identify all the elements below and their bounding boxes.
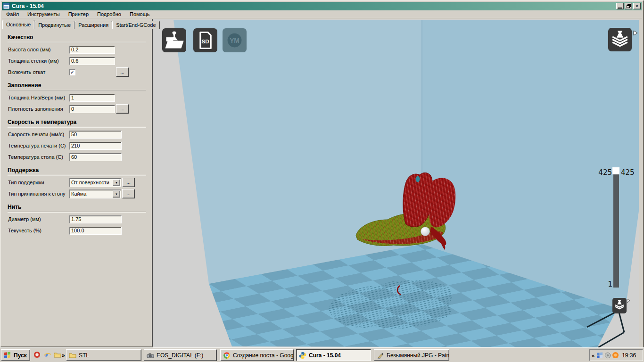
menu-help[interactable]: Помощь [125, 10, 154, 18]
layer-height-input[interactable] [69, 46, 115, 54]
quick-launch-browser-icon[interactable] [33, 351, 41, 359]
title-bar: Cura - 15.04 × [2, 2, 642, 10]
setting-row: Плотность заполнения ... [2, 103, 152, 115]
minimize-button[interactable] [616, 3, 624, 9]
setting-label: Температура печати (C) [8, 143, 69, 148]
setting-label: Температура стола (C) [8, 154, 69, 160]
tray-antivirus-icon[interactable] [612, 352, 619, 359]
bed-temp-input[interactable] [69, 153, 122, 161]
setting-label: Тип поддержки [8, 180, 69, 185]
quick-launch-folder-icon[interactable] [53, 351, 61, 359]
folder-icon [69, 352, 76, 359]
menu-tools[interactable]: Инструменты [23, 10, 64, 18]
setting-label: Толщина стенки (мм) [8, 58, 69, 64]
fill-more-button[interactable]: ... [116, 104, 129, 114]
print-temp-input[interactable] [69, 142, 122, 150]
load-model-icon [162, 28, 186, 52]
check-icon: ✓ [70, 70, 74, 75]
section-fill: Заполнение [8, 82, 146, 90]
tab-advanced[interactable]: Продвинутые [34, 21, 74, 29]
setting-label: Скорость печати (мм/с) [8, 132, 69, 137]
rotation-handle-sphere [421, 227, 430, 236]
bottom-top-thickness-input[interactable] [69, 94, 115, 102]
close-button[interactable]: × [633, 3, 641, 9]
sd-card-icon: SD [193, 28, 217, 52]
view-mode-button[interactable] [608, 28, 632, 51]
quality-more-button[interactable]: ... [116, 67, 129, 77]
filament-diameter-input[interactable] [69, 215, 122, 223]
tray-volume-icon[interactable] [604, 352, 611, 359]
task-paint[interactable]: Безымянный.JPG - Paint [374, 349, 449, 361]
layer-slider-handle[interactable] [612, 167, 619, 174]
setting-row: Включить откат ✓ ... [2, 66, 152, 78]
app-icon [3, 3, 10, 9]
taskbar: Пуск e » STL EOS_DIGITAL (F:) Создани [0, 347, 644, 362]
tab-gcode[interactable]: Start/End-GCode [112, 21, 159, 29]
support-type-value: От поверхности [71, 180, 109, 185]
task-cura-active[interactable]: Cura - 15.04 [296, 349, 371, 361]
task-label: Безымянный.JPG - Paint [387, 352, 449, 359]
task-stl[interactable]: STL [66, 349, 141, 361]
setting-label: Толщина Низ/Верх (мм) [8, 95, 69, 100]
setting-row: Диаметр (мм) [2, 214, 152, 225]
close-icon: × [636, 4, 638, 8]
layer-view-icon [608, 28, 632, 51]
section-support: Поддержка [8, 167, 146, 175]
save-sd-button[interactable]: SD [193, 28, 217, 52]
app-window: Cura - 15.04 × Файл Инструменты Принтер … [0, 0, 644, 347]
quick-launch-overflow-chevron[interactable]: » [62, 352, 65, 359]
load-model-button[interactable] [162, 28, 186, 52]
adhesion-more-button[interactable]: ... [122, 189, 135, 198]
youmagine-share-button[interactable]: YM [223, 28, 247, 52]
mini-expand-icon[interactable] [627, 299, 630, 303]
section-filament: Нить [8, 204, 146, 212]
tab-basic[interactable]: Основные [2, 20, 34, 29]
task-label: Создание поста - Google... [233, 352, 294, 359]
system-tray: « 19:36 [589, 349, 643, 361]
tab-strip: Основные Продвинутые Расширения Start/En… [2, 20, 160, 29]
platform-adhesion-value: Кайма [71, 191, 86, 197]
layer-max-label: 425 [621, 168, 635, 177]
setting-label: Тип прилипания к столу [8, 191, 69, 197]
section-speed-temp: Скорость и температура [8, 119, 146, 127]
clock[interactable]: 19:36 [622, 352, 636, 359]
setting-row: Текучесть (%) [2, 225, 152, 236]
chevron-down-icon[interactable]: ▼ [113, 190, 120, 197]
start-button[interactable]: Пуск [1, 349, 30, 361]
print-head-button[interactable] [612, 298, 627, 313]
start-label: Пуск [14, 352, 27, 359]
support-type-select[interactable]: От поверхности ▼ [69, 178, 121, 187]
filament-flow-input[interactable] [69, 227, 122, 235]
windows-flag-icon [4, 352, 11, 359]
camera-icon [147, 352, 154, 359]
tray-windows-icon[interactable] [596, 352, 603, 359]
menu-details[interactable]: Подробно [93, 10, 125, 18]
svg-text:e: e [45, 352, 48, 359]
menu-file[interactable]: Файл [2, 10, 23, 18]
layer-slider-track[interactable] [613, 168, 619, 288]
menu-printer[interactable]: Принтер [64, 10, 93, 18]
restore-button[interactable] [625, 3, 632, 9]
mini-layer-icon [613, 298, 626, 313]
wall-thickness-input[interactable] [69, 57, 115, 65]
tray-chevron[interactable]: « [592, 353, 594, 358]
view-mode-expand-icon[interactable] [633, 30, 638, 36]
task-eos-digital[interactable]: EOS_DIGITAL (F:) [144, 349, 217, 361]
task-google-post[interactable]: Создание поста - Google... [220, 349, 294, 361]
3d-viewport[interactable] [153, 19, 643, 347]
setting-label: Плотность заполнения [8, 106, 69, 112]
menu-bar: Файл Инструменты Принтер Подробно Помощь [2, 10, 642, 18]
tab-plugins[interactable]: Расширения [74, 21, 112, 29]
minimize-icon [618, 8, 622, 8]
print-speed-input[interactable] [69, 131, 122, 139]
support-more-button[interactable]: ... [122, 178, 135, 187]
quick-launch-ie-icon[interactable]: e [43, 351, 51, 359]
svg-text:YM: YM [230, 37, 239, 44]
task-label: Cura - 15.04 [309, 352, 341, 359]
retraction-checkbox[interactable]: ✓ [69, 69, 75, 75]
youmagine-icon: YM [223, 28, 247, 52]
platform-adhesion-select[interactable]: Кайма ▼ [69, 189, 121, 198]
chevron-down-icon[interactable]: ▼ [113, 179, 120, 186]
fill-density-input[interactable] [69, 105, 115, 113]
task-label: EOS_DIGITAL (F:) [157, 352, 203, 359]
